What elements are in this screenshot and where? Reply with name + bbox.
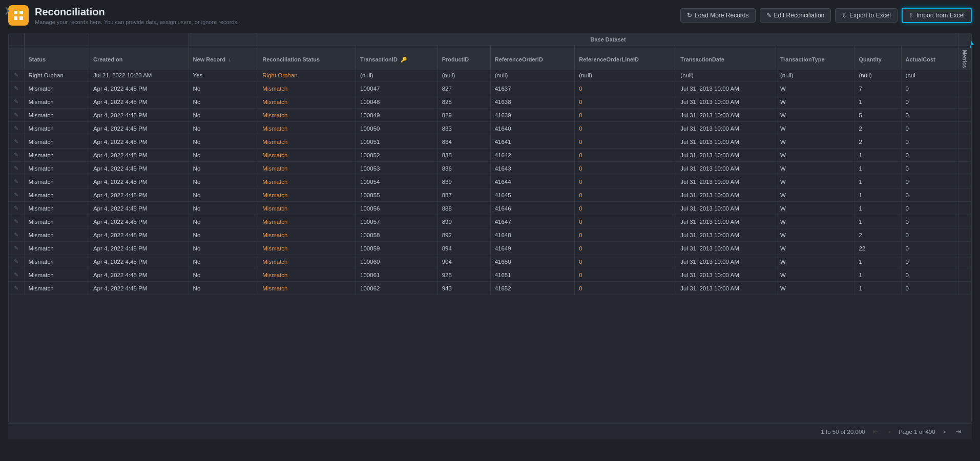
load-more-button[interactable]: ↻ Load More Records: [680, 8, 755, 23]
edit-row-icon[interactable]: ✎: [14, 165, 18, 171]
transaction-date-cell: Jul 31, 2013 10:00 AM: [676, 149, 776, 162]
last-page-button[interactable]: ⇥: [953, 427, 964, 436]
col-header-metrics[interactable]: Metrics: [958, 48, 971, 70]
metrics-cell: [958, 95, 971, 109]
reference-order-line-id-cell: 0: [575, 162, 676, 175]
col-header-reconciliation-status[interactable]: Reconciliation Status: [258, 48, 356, 70]
edit-cell[interactable]: ✎: [9, 255, 24, 268]
status-cell: Mismatch: [24, 109, 89, 122]
reference-order-line-id-cell: 0: [575, 268, 676, 282]
first-page-button[interactable]: ⇤: [870, 427, 881, 436]
product-id-cell: 829: [437, 109, 490, 122]
edit-cell[interactable]: ✎: [9, 149, 24, 162]
metrics-cell: [958, 149, 971, 162]
reference-order-id-cell: 41647: [490, 215, 575, 228]
edit-cell[interactable]: ✎: [9, 95, 24, 109]
pagination-summary: 1 to 50 of 20,000: [821, 429, 865, 435]
product-id-cell: 943: [437, 282, 490, 295]
edit-row-icon[interactable]: ✎: [14, 72, 18, 78]
edit-cell[interactable]: ✎: [9, 109, 24, 122]
reference-order-id-cell: 41640: [490, 122, 575, 135]
edit-row-icon[interactable]: ✎: [14, 258, 18, 264]
edit-cell[interactable]: ✎: [9, 122, 24, 135]
col-header-actual-cost[interactable]: ActualCost: [901, 48, 958, 70]
import-excel-button[interactable]: ⇧ Import from Excel: [902, 8, 972, 23]
col-header-new-record[interactable]: New Record ↓: [189, 48, 258, 70]
col-header-edit: [9, 48, 24, 70]
edit-cell[interactable]: ✎: [9, 282, 24, 295]
new-record-cell: No: [189, 228, 258, 242]
status-cell: Mismatch: [24, 95, 89, 109]
table-row: ✎ Mismatch Apr 4, 2022 4:45 PM No Mismat…: [9, 268, 971, 282]
reconciliation-status-cell: Mismatch: [258, 162, 356, 175]
reconciliation-status-cell: Right Orphan: [258, 69, 356, 82]
transaction-type-cell: W: [776, 109, 854, 122]
edit-cell[interactable]: ✎: [9, 175, 24, 188]
reference-order-line-id-cell: 0: [575, 135, 676, 149]
edit-row-icon[interactable]: ✎: [14, 85, 18, 91]
export-excel-button[interactable]: ⇩ Export to Excel: [835, 8, 898, 23]
edit-row-icon[interactable]: ✎: [14, 192, 18, 198]
transaction-date-cell: Jul 31, 2013 10:00 AM: [676, 268, 776, 282]
edit-cell[interactable]: ✎: [9, 82, 24, 95]
edit-cell[interactable]: ✎: [9, 135, 24, 149]
edit-row-icon[interactable]: ✎: [14, 138, 18, 144]
col-header-transaction-date[interactable]: TransactionDate: [676, 48, 776, 70]
transaction-date-cell: Jul 31, 2013 10:00 AM: [676, 109, 776, 122]
table-scroll[interactable]: Base Dataset Status Created on New Recor…: [9, 33, 971, 423]
edit-row-icon[interactable]: ✎: [14, 232, 18, 238]
created-on-cell: Apr 4, 2022 4:45 PM: [89, 82, 189, 95]
reference-order-id-cell: 41641: [490, 135, 575, 149]
actual-cost-cell: 0: [901, 215, 958, 228]
col-header-product-id[interactable]: ProductID: [437, 48, 490, 70]
edit-row-icon[interactable]: ✎: [14, 271, 18, 278]
reconciliation-status-cell: Mismatch: [258, 82, 356, 95]
pagination-page-label: Page 1 of 400: [899, 429, 935, 435]
edit-cell[interactable]: ✎: [9, 188, 24, 202]
created-on-cell: Apr 4, 2022 4:45 PM: [89, 242, 189, 255]
transaction-id-cell: 100050: [356, 122, 438, 135]
edit-row-icon[interactable]: ✎: [14, 285, 18, 291]
transaction-id-cell: 100056: [356, 202, 438, 215]
new-record-cell: No: [189, 149, 258, 162]
edit-row-icon[interactable]: ✎: [14, 205, 18, 211]
table-row: ✎ Mismatch Apr 4, 2022 4:45 PM No Mismat…: [9, 202, 971, 215]
prev-page-button[interactable]: ‹: [886, 427, 893, 436]
nav-back-arrow[interactable]: ❯: [4, 6, 10, 14]
metrics-cell: [958, 242, 971, 255]
edit-row-icon[interactable]: ✎: [14, 112, 18, 118]
edit-row-icon[interactable]: ✎: [14, 218, 18, 224]
edit-cell[interactable]: ✎: [9, 242, 24, 255]
reference-order-id-cell: 41646: [490, 202, 575, 215]
edit-row-icon[interactable]: ✎: [14, 152, 18, 158]
edit-cell[interactable]: ✎: [9, 202, 24, 215]
data-table: Base Dataset Status Created on New Recor…: [9, 33, 971, 295]
next-page-button[interactable]: ›: [941, 427, 948, 436]
col-header-transaction-type[interactable]: TransactionType: [776, 48, 854, 70]
reference-order-line-id-cell: 0: [575, 122, 676, 135]
edit-cell[interactable]: ✎: [9, 215, 24, 228]
edit-reconciliation-button[interactable]: ✎ Edit Reconciliation: [760, 8, 831, 23]
col-header-status[interactable]: Status: [24, 48, 89, 70]
col-header-reference-order-id[interactable]: ReferenceOrderID: [490, 48, 575, 70]
product-id-cell: 888: [437, 202, 490, 215]
col-header-created-on[interactable]: Created on: [89, 48, 189, 70]
col-header-quantity[interactable]: Quantity: [854, 48, 901, 70]
group-header-empty-3: [89, 33, 189, 46]
edit-cell[interactable]: ✎: [9, 162, 24, 175]
edit-cell[interactable]: ✎: [9, 268, 24, 282]
edit-row-icon[interactable]: ✎: [14, 98, 18, 104]
edit-row-icon[interactable]: ✎: [14, 178, 18, 184]
edit-row-icon[interactable]: ✎: [14, 125, 18, 131]
reference-order-id-cell: 41649: [490, 242, 575, 255]
new-record-cell: No: [189, 255, 258, 268]
header-left: Reconciliation Manage your records here.…: [8, 5, 239, 26]
quantity-cell: 22: [854, 242, 901, 255]
actual-cost-cell: (nul: [901, 69, 958, 82]
col-header-transaction-id[interactable]: TransactionID 🔑: [356, 48, 438, 70]
actual-cost-cell: 0: [901, 135, 958, 149]
edit-cell[interactable]: ✎: [9, 69, 24, 82]
col-header-reference-order-line-id[interactable]: ReferenceOrderLineID: [575, 48, 676, 70]
edit-row-icon[interactable]: ✎: [14, 245, 18, 251]
edit-cell[interactable]: ✎: [9, 228, 24, 242]
